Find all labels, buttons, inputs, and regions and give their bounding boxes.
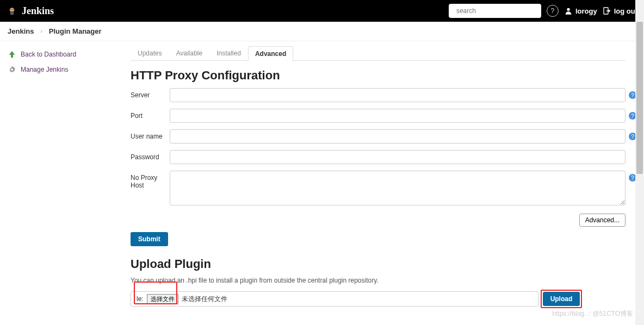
form-row-server: Server ? [131, 88, 626, 102]
svg-point-6 [567, 8, 569, 11]
label-username: User name [131, 129, 170, 140]
label-noproxy: No Proxy Host [131, 171, 170, 189]
sidebar: Back to Dashboard Manage Jenkins [0, 41, 125, 325]
user-icon [564, 7, 573, 15]
svg-point-9 [11, 68, 13, 71]
form-row-username: User name ? [131, 129, 626, 143]
username: lorogy [575, 7, 597, 15]
form-row-password: Password [131, 150, 626, 164]
form-row-noproxy: No Proxy Host ? [131, 171, 626, 207]
logo[interactable]: Jenkins [7, 5, 54, 17]
upload-description: You can upload an .hpi file to install a… [131, 277, 626, 284]
input-username[interactable] [170, 129, 626, 143]
highlight-annotation: Upload [541, 290, 583, 308]
top-header: Jenkins ? lorogy log out [0, 0, 644, 22]
advanced-button-row: Advanced... [131, 214, 626, 227]
gear-icon [8, 65, 16, 74]
help-icon[interactable]: ? [547, 5, 559, 17]
advanced-button[interactable]: Advanced... [579, 214, 626, 227]
sidebar-item-label: Manage Jenkins [21, 66, 68, 73]
logout-link[interactable]: log out [603, 7, 637, 15]
header-right: ? lorogy log out [449, 4, 637, 18]
file-label: le: [131, 295, 147, 303]
tab-installed[interactable]: Installed [209, 46, 248, 60]
tabs: Updates Available Installed Advanced [131, 46, 626, 61]
logout-text: log out [614, 7, 637, 15]
breadcrumb-separator: › [40, 28, 42, 34]
label-server: Server [131, 88, 170, 99]
main-container: Back to Dashboard Manage Jenkins Updates… [0, 41, 644, 325]
proxy-heading: HTTP Proxy Configuration [131, 68, 626, 83]
scrollbar[interactable] [635, 0, 644, 325]
logout-icon [603, 7, 611, 15]
upload-heading: Upload Plugin [131, 257, 626, 271]
brand-text: Jenkins [22, 5, 54, 17]
jenkins-logo-icon [7, 5, 17, 16]
form-row-port: Port ? [131, 109, 626, 123]
sidebar-item-back[interactable]: Back to Dashboard [8, 48, 117, 61]
input-password[interactable] [170, 150, 626, 164]
tab-advanced[interactable]: Advanced [248, 46, 293, 61]
watermark: https://blog.：@51CTO博客 [552, 309, 633, 318]
svg-rect-1 [10, 11, 14, 15]
label-password: Password [131, 150, 170, 161]
sidebar-item-label: Back to Dashboard [21, 51, 76, 58]
breadcrumb: Jenkins › Plugin Manager [0, 22, 644, 41]
upload-button[interactable]: Upload [543, 292, 580, 306]
content: Updates Available Installed Advanced HTT… [125, 41, 636, 325]
search-input[interactable] [456, 7, 538, 15]
search-box[interactable] [449, 4, 541, 18]
file-status: 未选择任何文件 [182, 295, 227, 304]
breadcrumb-item[interactable]: Jenkins [8, 27, 34, 35]
input-server[interactable] [170, 88, 626, 102]
input-noproxy[interactable] [170, 171, 626, 205]
svg-point-2 [11, 9, 12, 10]
label-port: Port [131, 109, 170, 120]
user-link[interactable]: lorogy [564, 7, 597, 15]
file-row: le: 选择文件 未选择任何文件 [131, 291, 538, 307]
upload-button-wrap: Upload [541, 290, 583, 308]
choose-file-button[interactable]: 选择文件 [147, 294, 178, 304]
tab-updates[interactable]: Updates [131, 46, 169, 60]
input-port[interactable] [170, 109, 626, 123]
svg-point-3 [13, 9, 14, 10]
arrow-up-icon [8, 50, 16, 59]
sidebar-item-manage[interactable]: Manage Jenkins [8, 63, 117, 76]
breadcrumb-item[interactable]: Plugin Manager [49, 27, 102, 35]
submit-button[interactable]: Submit [131, 232, 168, 246]
tab-available[interactable]: Available [169, 46, 209, 60]
scrollbar-thumb[interactable] [636, 22, 643, 174]
